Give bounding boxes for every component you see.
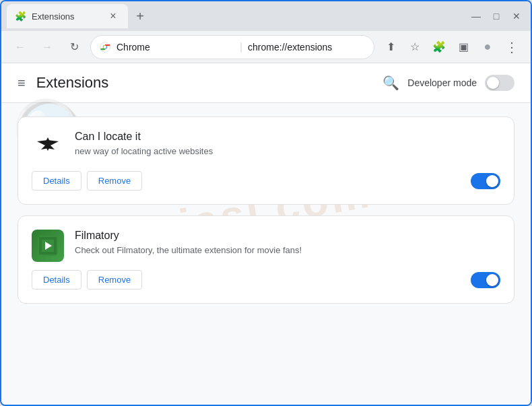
url-text: chrome://extensions [248,42,366,53]
address-divider: | [240,41,242,53]
browser-name: Chrome [117,42,234,53]
header-right: 🔍 Developer mode [383,75,514,91]
card-actions-1: Details Remove [32,171,142,191]
details-button-2[interactable]: Details [32,270,81,290]
title-bar: 🧩 Extensions × + — □ ✕ [1,1,531,31]
menu-button[interactable]: ⋮ [501,36,523,58]
profile-button[interactable]: ● [477,36,498,58]
card-actions-2: Details Remove [32,270,142,290]
forward-button[interactable]: → [36,36,58,58]
header-left: ≡ Extensions [18,74,108,92]
extensions-header: ≡ Extensions 🔍 Developer mode [1,63,531,103]
extension-toggle-2[interactable] [471,272,500,288]
remove-button-2[interactable]: Remove [87,270,142,290]
extensions-list: 🔍 riasl.com [1,103,531,317]
browser-tab[interactable]: 🧩 Extensions × [7,4,128,28]
share-button[interactable]: ⬆ [380,36,401,58]
close-button[interactable]: ✕ [508,7,525,25]
ext-desc-2: Check out Filmatory, the ultimate extens… [75,244,500,257]
play-icon [38,236,58,256]
page-content: ≡ Extensions 🔍 Developer mode 🔍 riasl.co… [1,63,531,405]
ext-name-2: Filmatory [75,230,500,242]
bookmark-button[interactable]: ☆ [404,36,426,58]
menu-dots-icon: ⋮ [505,39,519,55]
sidebar-icon: ▣ [459,40,469,53]
nav-bar: ← → ↻ Chrome | chrome://extensions ⬆ [1,31,531,63]
developer-mode-toggle[interactable] [485,75,514,91]
extensions-page: ≡ Extensions 🔍 Developer mode 🔍 riasl.co… [1,63,531,405]
back-icon: ← [15,41,26,53]
ext-info-2: Filmatory Check out Filmatory, the ultim… [75,230,500,257]
svg-marker-2 [46,137,50,141]
star-icon: ☆ [410,40,420,53]
extension-icon-1 [32,131,64,163]
refresh-button[interactable]: ↻ [63,36,85,58]
svg-rect-7 [39,252,57,255]
developer-mode-label: Developer mode [407,77,477,88]
extension-card-1: Can I locate it new way of locating acti… [18,116,514,205]
details-button-1[interactable]: Details [32,171,81,191]
share-icon: ⬆ [387,40,395,53]
card-bottom-2: Details Remove [32,270,500,290]
card-top-2: Filmatory Check out Filmatory, the ultim… [32,230,500,262]
svg-rect-6 [39,237,57,240]
extension-toggle-1[interactable] [471,173,500,189]
puzzle-icon: 🧩 [432,40,446,53]
ext-name-1: Can I locate it [75,131,500,143]
address-bar[interactable]: Chrome | chrome://extensions [90,35,374,59]
nav-actions: ⬆ ☆ 🧩 ▣ ● ⋮ [380,36,523,58]
page-title: Extensions [36,74,109,92]
profile-icon: ● [484,40,492,54]
card-bottom-1: Details Remove [32,171,500,191]
chrome-logo-icon [99,41,111,53]
forward-icon: → [42,41,53,53]
svg-point-1 [104,45,107,48]
locateit-icon [32,131,64,163]
search-icon[interactable]: 🔍 [383,75,399,91]
tab-title: Extensions [32,11,101,22]
tab-close-button[interactable]: × [106,9,120,23]
filmatory-icon [32,230,64,262]
restore-button[interactable]: □ [488,7,505,25]
tab-extension-icon: 🧩 [15,11,26,22]
minimize-button[interactable]: — [467,7,485,25]
sidebar-button[interactable]: ▣ [453,36,474,58]
card-top-1: Can I locate it new way of locating acti… [32,131,500,163]
remove-button-1[interactable]: Remove [87,171,142,191]
back-button[interactable]: ← [9,36,31,58]
refresh-icon: ↻ [70,40,79,53]
new-tab-button[interactable]: + [131,7,149,26]
browser-window: 🧩 Extensions × + — □ ✕ ← → ↻ [0,0,532,406]
ext-info-1: Can I locate it new way of locating acti… [75,131,500,158]
extension-icon-2 [32,230,64,262]
ext-desc-1: new way of locating active websites [75,145,500,158]
window-controls: — □ ✕ [467,7,525,25]
hamburger-menu-icon[interactable]: ≡ [18,75,26,91]
extension-card-2: Filmatory Check out Filmatory, the ultim… [18,215,514,304]
extensions-button[interactable]: 🧩 [428,36,450,58]
